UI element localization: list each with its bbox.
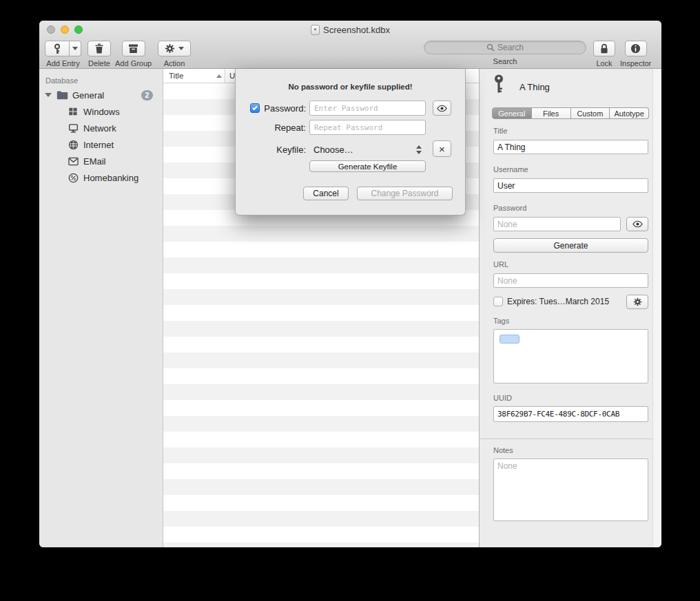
eye-icon bbox=[436, 105, 448, 112]
lock-button[interactable] bbox=[593, 41, 615, 56]
add-entry-label: Add Entry bbox=[46, 59, 79, 67]
search-icon bbox=[486, 43, 495, 52]
sidebar-item-internet[interactable]: Internet bbox=[39, 136, 163, 153]
info-icon bbox=[630, 43, 641, 54]
notes-field[interactable] bbox=[493, 458, 648, 521]
chevron-down-icon bbox=[178, 47, 184, 50]
title-field[interactable] bbox=[493, 140, 648, 154]
dialog-reveal-password-button[interactable] bbox=[433, 101, 451, 116]
sidebar-item-label: Internet bbox=[83, 140, 114, 150]
sidebar-item-label: General bbox=[72, 90, 104, 101]
search-group: Search Search bbox=[424, 41, 586, 65]
url-field-label: URL bbox=[493, 260, 508, 268]
window-chrome: Screenshot.kdbx Add Entry bbox=[39, 21, 661, 69]
generate-password-button[interactable]: Generate bbox=[493, 238, 648, 253]
folder-icon bbox=[56, 90, 68, 100]
window-title-area: Screenshot.kdbx bbox=[39, 21, 661, 39]
inspector-button[interactable] bbox=[625, 41, 647, 56]
network-icon bbox=[67, 123, 79, 134]
inspector-panel: A Thing General Files Custom Autotype Ti… bbox=[479, 69, 661, 547]
sidebar-item-label: Network bbox=[83, 123, 116, 134]
chevron-down-icon bbox=[72, 47, 78, 50]
gear-icon bbox=[165, 43, 175, 54]
tab-general[interactable]: General bbox=[492, 107, 532, 119]
dialog-keyfile-label: Keyfile: bbox=[236, 145, 306, 155]
delete-label: Delete bbox=[88, 59, 110, 67]
expires-row: Expires: Tues…March 2015 bbox=[493, 297, 609, 306]
lock-label: Lock bbox=[596, 59, 612, 67]
password-field[interactable] bbox=[493, 217, 621, 231]
dialog-repeat-input[interactable] bbox=[309, 120, 426, 135]
add-entry-group: Add Entry bbox=[45, 41, 81, 67]
tab-files[interactable]: Files bbox=[532, 107, 571, 119]
inspector-tabs: General Files Custom Autotype bbox=[492, 107, 649, 119]
delete-group: Delete bbox=[88, 41, 111, 67]
entry-count-badge: 2 bbox=[141, 90, 153, 101]
sidebar-header: Database bbox=[39, 74, 163, 87]
username-field-label: Username bbox=[493, 165, 528, 173]
expires-checkbox[interactable] bbox=[493, 297, 503, 306]
globe-icon bbox=[67, 140, 79, 150]
tags-label: Tags bbox=[493, 317, 509, 325]
sidebar-item-network[interactable]: Network bbox=[39, 120, 163, 136]
generate-keyfile-button[interactable]: Generate Keyfile bbox=[309, 160, 426, 172]
clear-keyfile-button[interactable]: × bbox=[433, 140, 451, 157]
windows-icon bbox=[67, 107, 79, 116]
password-field-label: Password bbox=[493, 204, 526, 212]
lock-group: Lock bbox=[593, 41, 615, 67]
group-box-icon bbox=[128, 43, 138, 54]
column-header-title[interactable]: Title bbox=[163, 69, 225, 83]
expires-label: Expires: Tues…March 2015 bbox=[507, 297, 609, 306]
sort-ascending-icon bbox=[216, 74, 222, 78]
tab-autotype[interactable]: Autotype bbox=[610, 107, 649, 119]
popup-stepper-icon bbox=[416, 145, 422, 154]
gear-icon bbox=[633, 297, 642, 306]
dialog-repeat-label: Repeat: bbox=[236, 123, 306, 133]
sidebar-item-windows[interactable]: Windows bbox=[39, 103, 163, 120]
email-icon bbox=[67, 157, 79, 166]
tag-chip[interactable] bbox=[500, 335, 519, 344]
delete-button[interactable] bbox=[88, 41, 111, 56]
sidebar-item-homebanking[interactable]: Homebanking bbox=[39, 169, 163, 186]
uuid-field[interactable] bbox=[493, 406, 648, 422]
add-group-label: Add Group bbox=[115, 59, 152, 67]
document-icon bbox=[311, 25, 320, 35]
key-icon bbox=[52, 43, 62, 54]
sidebar-item-label: Homebanking bbox=[83, 173, 138, 183]
app-window: Screenshot.kdbx Add Entry bbox=[39, 21, 661, 547]
add-entry-dropdown[interactable] bbox=[70, 41, 81, 56]
keyfile-select[interactable]: Choose… bbox=[309, 142, 426, 157]
add-group-group: Add Group bbox=[115, 41, 152, 67]
sidebar-item-label: EMail bbox=[83, 156, 106, 167]
username-field[interactable] bbox=[493, 178, 648, 193]
cancel-button[interactable]: Cancel bbox=[303, 187, 349, 200]
tags-field[interactable] bbox=[493, 329, 648, 383]
desktop-background: Screenshot.kdbx Add Entry bbox=[0, 0, 700, 601]
expires-settings-button[interactable] bbox=[626, 295, 648, 309]
search-input[interactable]: Search bbox=[424, 41, 586, 54]
tab-custom[interactable]: Custom bbox=[571, 107, 610, 119]
sidebar-item-general[interactable]: General 2 bbox=[39, 87, 163, 103]
url-field[interactable] bbox=[493, 273, 648, 288]
change-password-dialog: No password or keyfile supplied! Passwor… bbox=[235, 69, 466, 215]
disclosure-triangle-icon[interactable] bbox=[45, 93, 52, 97]
search-label: Search bbox=[493, 57, 517, 65]
inspector-scrollbar[interactable] bbox=[652, 69, 661, 547]
add-entry-button[interactable] bbox=[45, 41, 70, 56]
add-group-button[interactable] bbox=[122, 41, 145, 56]
dialog-password-input[interactable] bbox=[309, 101, 426, 116]
keyfile-selected-value: Choose… bbox=[313, 145, 353, 155]
action-group: Action bbox=[158, 41, 191, 67]
window-title: Screenshot.kdbx bbox=[323, 25, 390, 35]
action-button[interactable] bbox=[158, 41, 191, 56]
change-password-button[interactable]: Change Password bbox=[357, 187, 453, 200]
reveal-password-button[interactable] bbox=[626, 217, 648, 231]
titlebar: Screenshot.kdbx bbox=[39, 21, 661, 39]
inspector-group: Inspector bbox=[620, 41, 651, 67]
uuid-label: UUID bbox=[493, 394, 512, 402]
lock-icon bbox=[599, 43, 609, 54]
sidebar-item-label: Windows bbox=[83, 107, 120, 117]
search-placeholder: Search bbox=[497, 43, 524, 52]
sidebar-item-email[interactable]: EMail bbox=[39, 153, 163, 169]
trash-icon bbox=[94, 43, 104, 54]
